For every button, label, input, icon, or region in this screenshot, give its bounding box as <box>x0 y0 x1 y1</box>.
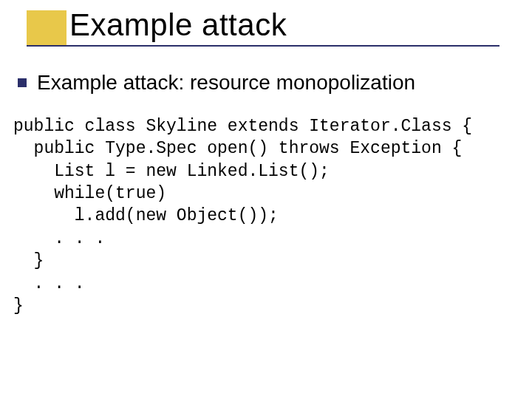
bullet-item: Example attack: resource monopolization <box>18 71 514 95</box>
code-line: List l = new Linked.List(); <box>13 162 330 181</box>
code-line: . . . <box>13 229 105 248</box>
code-line: } <box>13 251 44 270</box>
bullet-text: Example attack: resource monopolization <box>37 71 415 95</box>
slide: Example attack Example attack: resource … <box>0 0 532 399</box>
code-line: l.add(new Object()); <box>13 206 279 225</box>
slide-content: Example attack: resource monopolization … <box>18 71 514 317</box>
code-line: } <box>13 296 24 316</box>
code-line: public Type.Spec open() throws Exception… <box>13 139 462 158</box>
code-line: . . . <box>13 274 85 293</box>
slide-title: Example attack <box>69 7 287 43</box>
bullet-icon <box>18 78 27 87</box>
title-accent-box <box>27 10 66 46</box>
code-line: public class Skyline extends Iterator.Cl… <box>13 117 472 136</box>
code-block: public class Skyline extends Iterator.Cl… <box>13 115 514 317</box>
code-line: while(true) <box>13 184 166 203</box>
title-underline <box>27 45 499 47</box>
